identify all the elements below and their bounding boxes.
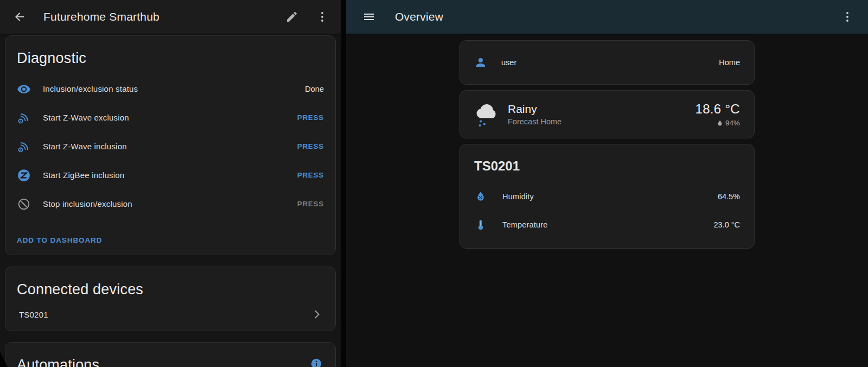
dashboard-content: user Home Rainy Forecast Home 18.6 °C 94… (346, 34, 868, 249)
svg-text:Z: Z (20, 119, 22, 123)
connected-devices-card: Connected devices TS0201 (5, 267, 336, 331)
device-list-item[interactable]: TS0201 (5, 306, 335, 331)
row-value: Done (305, 85, 324, 93)
zigbee-icon (17, 168, 31, 182)
info-icon[interactable] (310, 358, 322, 367)
person-icon (474, 56, 487, 69)
weather-right: 18.6 °C 94% (695, 102, 740, 127)
add-to-dashboard-button[interactable]: ADD TO DASHBOARD (17, 236, 102, 244)
device-config-panel: Futurehome Smarthub Diagnostic Inclusion… (0, 0, 341, 367)
press-button[interactable]: PRESS (297, 171, 324, 179)
edit-button[interactable] (284, 9, 299, 24)
entity-card: TS0201 Humidity 64.5% Temperature 23.0 °… (459, 144, 755, 249)
row-stop-inclusion: Stop inclusion/exclusion PRESS (5, 189, 335, 218)
diagnostic-title: Diagnostic (5, 36, 335, 74)
zwave-icon: Z (17, 140, 31, 154)
entity-card-title: TS0201 (460, 144, 754, 182)
weather-main: Rainy Forecast Home (508, 103, 561, 126)
row-zigbee-inclusion[interactable]: Start ZigBee inclusion PRESS (5, 161, 335, 189)
automations-title-row: Automations (5, 343, 335, 367)
overview-title: Overview (395, 10, 443, 23)
diagnostic-card-footer: ADD TO DASHBOARD (5, 225, 335, 255)
right-overflow-menu-button[interactable] (840, 9, 855, 24)
left-panel-title: Futurehome Smarthub (43, 10, 159, 23)
user-card[interactable]: user Home (459, 40, 755, 85)
press-button[interactable]: PRESS (297, 142, 324, 150)
entity-value: 23.0 °C (713, 220, 740, 229)
entity-row-temperature[interactable]: Temperature 23.0 °C (460, 211, 754, 239)
eye-icon (17, 82, 31, 96)
hamburger-icon (362, 10, 375, 23)
water-drop-icon (716, 119, 724, 127)
entity-label: Humidity (502, 192, 718, 201)
press-button[interactable]: PRESS (297, 113, 324, 122)
weather-card[interactable]: Rainy Forecast Home 18.6 °C 94% (459, 90, 755, 138)
left-app-bar: Futurehome Smarthub (0, 0, 341, 34)
entity-row-humidity[interactable]: Humidity 64.5% (460, 182, 754, 211)
entity-label: Temperature (502, 220, 713, 229)
automations-title: Automations (5, 343, 111, 367)
row-label: Stop inclusion/exclusion (43, 199, 297, 208)
chevron-right-icon (311, 308, 324, 321)
humidity-icon (474, 189, 488, 204)
svg-text:Z: Z (20, 148, 22, 151)
pencil-icon (285, 10, 298, 23)
weather-rainy-icon (474, 101, 499, 128)
automations-card: Automations (5, 342, 336, 367)
dots-vertical-icon (841, 10, 854, 23)
device-name: TS0201 (19, 310, 311, 319)
weather-condition: Rainy (508, 103, 561, 116)
block-icon (17, 197, 31, 211)
row-zwave-inclusion[interactable]: Z Start Z-Wave inclusion PRESS (5, 132, 335, 161)
weather-subtitle: Forecast Home (508, 117, 561, 126)
weather-humidity-value: 94% (725, 119, 740, 127)
diagnostic-card: Diagnostic Inclusion/exclusion status Do… (5, 35, 336, 255)
row-inclusion-status: Inclusion/exclusion status Done (5, 74, 335, 103)
zwave-icon: Z (17, 111, 31, 125)
user-name: user (501, 58, 516, 67)
row-label: Start Z-Wave exclusion (43, 113, 297, 122)
row-zwave-exclusion[interactable]: Z Start Z-Wave exclusion PRESS (5, 103, 335, 132)
right-app-bar: Overview (346, 0, 868, 34)
overview-panel: Overview user Home Rainy Forecast Ho (346, 0, 868, 367)
row-label: Start ZigBee inclusion (43, 170, 297, 180)
dots-vertical-icon (316, 10, 329, 23)
row-label: Start Z-Wave inclusion (43, 142, 297, 151)
left-overflow-menu-button[interactable] (315, 9, 330, 24)
connected-devices-title: Connected devices (5, 267, 335, 306)
press-button-disabled: PRESS (297, 200, 324, 208)
panel-divider (341, 0, 346, 367)
row-label: Inclusion/exclusion status (43, 84, 305, 93)
arrow-left-icon (13, 10, 26, 23)
entity-value: 64.5% (718, 192, 740, 201)
thermometer-icon (474, 218, 488, 232)
weather-humidity: 94% (716, 119, 740, 127)
menu-button[interactable] (361, 9, 376, 24)
weather-temperature: 18.6 °C (695, 102, 740, 117)
back-button[interactable] (12, 9, 27, 24)
user-location: Home (719, 58, 740, 67)
